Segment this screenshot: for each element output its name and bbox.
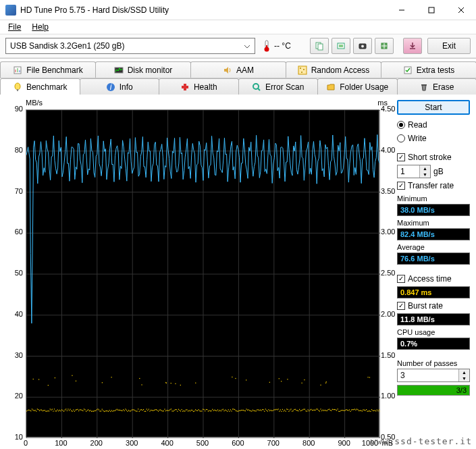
svg-rect-120 [95,411,96,411]
svg-rect-81 [54,408,55,409]
tab-error-scan[interactable]: Error Scan [238,78,319,95]
svg-rect-288 [273,409,274,410]
tab-folder-usage[interactable]: Folder Usage [317,78,398,95]
svg-rect-100 [74,411,75,412]
svg-rect-246 [229,411,230,412]
temperature-value: -- °C [274,41,291,51]
tab-file-benchmark[interactable]: File Benchmark [0,61,96,78]
svg-rect-27 [17,89,18,91]
read-radio[interactable]: Read [397,119,470,131]
save-log-button[interactable] [403,38,422,54]
tab-extra-tests[interactable]: Extra tests [381,61,476,78]
svg-rect-310 [297,410,298,411]
tab-disk-monitor[interactable]: Disk monitor [95,61,191,78]
svg-rect-106 [80,409,81,410]
spinner-buttons[interactable]: ▲▼ [458,369,469,381]
svg-rect-342 [331,411,332,411]
svg-rect-397 [102,382,103,383]
exit-button[interactable]: Exit [427,38,471,54]
title-bar: HD Tune Pro 5.75 - Hard Disk/SSD Utility [0,0,476,20]
tab-health[interactable]: Health [159,78,239,95]
svg-rect-330 [318,410,319,411]
copy-info-button[interactable] [310,38,329,54]
minimize-button[interactable] [387,0,417,20]
svg-rect-57 [28,410,29,411]
svg-rect-6 [266,45,267,49]
menu-file[interactable]: File [3,21,26,33]
svg-rect-86 [59,410,60,411]
svg-rect-311 [298,411,298,411]
tab-benchmark[interactable]: Benchmark [0,78,80,95]
svg-rect-221 [203,409,203,410]
options-button[interactable] [375,38,394,54]
svg-rect-359 [349,409,350,410]
passes-input[interactable]: 3▲▼ [397,369,470,382]
svg-rect-293 [279,411,280,412]
folder-usage-icon [326,82,336,92]
svg-rect-168 [147,408,147,409]
svg-rect-62 [34,411,34,411]
svg-rect-95 [69,410,70,411]
svg-rect-207 [188,411,188,411]
svg-rect-414 [165,382,166,383]
svg-rect-299 [286,411,286,412]
cpu-usage-label: CPU usage [397,328,470,336]
tab-random-access[interactable]: Random Access [286,61,381,78]
menu-help[interactable]: Help [26,21,54,33]
svg-rect-157 [134,410,135,411]
write-radio[interactable]: Write [397,132,470,144]
svg-rect-158 [136,411,136,411]
svg-rect-55 [26,411,27,411]
spinner-buttons[interactable]: ▲▼ [419,165,430,178]
svg-rect-118 [93,411,94,412]
svg-rect-213 [194,411,194,411]
tab-info[interactable]: iInfo [80,78,160,95]
transfer-rate-checkbox[interactable]: Transfer rate [397,180,470,192]
svg-rect-85 [58,411,59,411]
save-screenshot-button[interactable] [353,38,372,54]
svg-rect-393 [269,382,270,383]
svg-rect-396 [320,385,321,386]
svg-rect-66 [38,409,38,410]
svg-rect-229 [211,411,212,411]
svg-rect-338 [327,411,327,411]
drive-select[interactable]: USB Sandisk 3.2Gen1 (250 gB) [5,38,255,54]
svg-rect-244 [227,411,228,412]
svg-rect-101 [75,410,76,411]
maximum-value: 82.4 MB/s [397,228,470,240]
svg-rect-230 [212,409,213,410]
access-time-checkbox[interactable]: Access time [397,273,470,285]
y-axis-left-label: MB/s [26,99,43,107]
svg-rect-80 [53,411,53,411]
svg-rect-121 [97,409,97,410]
svg-rect-380 [371,409,372,410]
close-button[interactable] [446,0,476,20]
short-stroke-input[interactable]: 1▲▼ [397,165,431,178]
tab-erase[interactable]: Erase [397,78,477,95]
copy-screenshot-button[interactable] [332,38,350,54]
svg-rect-336 [325,410,325,411]
short-stroke-checkbox[interactable]: Short stroke [397,151,470,163]
svg-rect-59 [30,411,31,411]
svg-rect-301 [288,409,288,410]
burst-rate-checkbox[interactable]: Burst rate [397,300,470,312]
thermometer-icon [262,40,271,52]
tab-aam[interactable]: AAM [190,61,286,78]
svg-rect-130 [106,411,107,411]
svg-rect-10 [339,45,343,47]
start-button[interactable]: Start [397,100,470,115]
svg-rect-418 [171,383,171,384]
svg-rect-285 [271,410,271,411]
toolbar: USB Sandisk 3.2Gen1 (250 gB) -- °C Exit [0,34,476,58]
svg-rect-400 [195,383,196,384]
svg-rect-104 [78,411,79,411]
svg-rect-83 [56,411,57,411]
svg-rect-265 [249,410,250,411]
svg-rect-411 [141,384,142,385]
svg-rect-185 [164,409,165,410]
svg-rect-217 [199,409,199,410]
short-stroke-unit: gB [433,167,444,176]
maximize-button[interactable] [417,0,446,20]
svg-rect-363 [353,409,354,410]
svg-rect-357 [347,410,348,411]
